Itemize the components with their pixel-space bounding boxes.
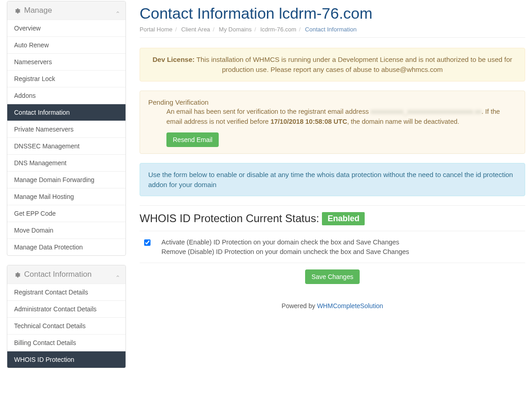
- sidebar-header-contact[interactable]: Contact Information: [7, 265, 125, 284]
- whois-protection-line2: Remove (Disable) ID Protection on your d…: [161, 247, 409, 256]
- status-badge: Enabled: [322, 212, 365, 225]
- footer: Powered by WHMCompleteSolution: [140, 298, 525, 323]
- breadcrumb: Portal Home/ Client Area/ My Domains/ lc…: [140, 26, 525, 38]
- sidebar-header-contact-title: Contact Information: [24, 270, 91, 279]
- alert-pending-text3: , the domain name will be deactivated.: [347, 118, 459, 125]
- sidebar-item-overview: Overview: [7, 20, 125, 36]
- alert-pending-title: Pending Verification: [148, 97, 517, 107]
- sidebar-item-domain-forwarding: Manage Domain Forwarding: [7, 171, 125, 188]
- gear-icon: [14, 271, 20, 278]
- sidebar-list-contact: Registrant Contact Details Administrator…: [7, 284, 125, 368]
- resend-email-button[interactable]: Resend Email: [166, 132, 219, 147]
- chevron-up-icon: [115, 272, 120, 276]
- footer-prefix: Powered by: [281, 302, 317, 310]
- sidebar-item-dns-management: DNS Management: [7, 154, 125, 171]
- gear-icon: [14, 7, 20, 14]
- alert-pending-redacted-email: xxxxxxxxxx_xxxxxxxxxxxxxxxxxxxx.xx: [371, 108, 482, 115]
- sidebar-item-addons: Addons: [7, 87, 125, 104]
- alert-pending-verification: Pending Verification An email has been s…: [140, 91, 525, 154]
- sidebar-panel-contact: Contact Information Registrant Contact D…: [7, 265, 126, 368]
- sidebar-panel-manage: Manage Overview Auto Renew Nameservers R…: [7, 1, 126, 256]
- sidebar-item-whois-protection: WHOIS ID Protection: [7, 351, 125, 368]
- sidebar-item-contact-information: Contact Information: [7, 104, 125, 121]
- sidebar-item-auto-renew: Auto Renew: [7, 36, 125, 53]
- alert-info: Use the form below to enable or disable …: [140, 163, 525, 197]
- footer-link[interactable]: WHMCompleteSolution: [317, 302, 383, 310]
- whois-protection-checkbox[interactable]: [144, 239, 151, 246]
- sidebar-item-registrar-lock: Registrar Lock: [7, 70, 125, 87]
- sidebar-item-move-domain: Move Domain: [7, 222, 125, 239]
- breadcrumb-portal-home[interactable]: Portal Home: [140, 26, 172, 33]
- breadcrumb-my-domains[interactable]: My Domains: [219, 26, 251, 33]
- sidebar-list-manage: Overview Auto Renew Nameservers Registra…: [7, 20, 125, 255]
- sidebar-item-mail-hosting: Manage Mail Hosting: [7, 188, 125, 205]
- whois-status-title: WHOIS ID Protection Current Status: Enab…: [140, 212, 525, 225]
- sidebar-item-technical: Technical Contact Details: [7, 317, 125, 334]
- sidebar-header-manage-title: Manage: [24, 6, 52, 15]
- save-changes-button[interactable]: Save Changes: [305, 269, 360, 284]
- sidebar-item-administrator: Administrator Contact Details: [7, 300, 125, 317]
- chevron-up-icon: [115, 8, 120, 12]
- sidebar-header-manage[interactable]: Manage: [7, 1, 125, 20]
- breadcrumb-current: Contact Information: [305, 26, 356, 33]
- sidebar-item-data-protection: Manage Data Protection: [7, 239, 125, 255]
- sidebar-item-billing: Billing Contact Details: [7, 334, 125, 351]
- whois-protection-line1: Activate (Enable) ID Protection on your …: [161, 238, 409, 247]
- whois-protection-row: Activate (Enable) ID Protection on your …: [140, 231, 525, 263]
- whois-status-prefix: WHOIS ID Protection Current Status:: [140, 212, 322, 224]
- alert-pending-text1: An email has been sent for verification …: [166, 108, 371, 115]
- sidebar-item-epp-code: Get EPP Code: [7, 205, 125, 222]
- sidebar-item-dnssec: DNSSEC Management: [7, 137, 125, 154]
- sidebar-item-nameservers: Nameservers: [7, 53, 125, 70]
- alert-pending-deadline: 17/10/2018 10:58:08 UTC: [271, 118, 347, 125]
- breadcrumb-client-area[interactable]: Client Area: [181, 26, 211, 33]
- breadcrumb-domain[interactable]: lcdrm-76.com: [261, 26, 296, 33]
- alert-dev-license-prefix: Dev License:: [153, 56, 195, 63]
- alert-dev-license: Dev License: This installation of WHMCS …: [140, 48, 525, 81]
- page-title: Contact Information lcdrm-76.com: [140, 5, 525, 22]
- sidebar-item-private-nameservers: Private Nameservers: [7, 121, 125, 137]
- alert-dev-license-text: This installation of WHMCS is running un…: [195, 56, 512, 73]
- sidebar-item-registrant: Registrant Contact Details: [7, 284, 125, 300]
